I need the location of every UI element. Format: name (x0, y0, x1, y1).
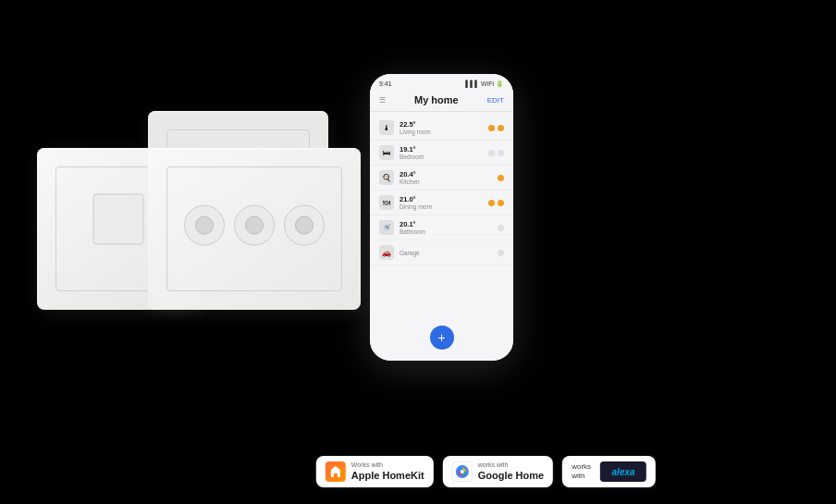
room-icon-4: 🚿 (379, 220, 394, 235)
room-icon-5: 🚗 (379, 245, 394, 260)
room-icon-1: 🛏 (379, 145, 394, 160)
phone-body: 9:41 ▌▌▌ WiFi 🔋 ☰ My home EDIT 🌡 22.5° (370, 74, 513, 361)
switch-triple[interactable] (148, 148, 361, 310)
room-temp-3: 21.0° (400, 195, 488, 203)
switch-button-3[interactable] (284, 204, 325, 245)
phone-title: My home (414, 94, 459, 105)
room-temp-1: 19.1° (400, 145, 488, 154)
status-dot-active (498, 125, 504, 131)
phone-rooms: 🌡 22.5° Living room 🛏 (370, 112, 513, 269)
room-status-4 (498, 225, 504, 231)
room-info-5: Garage (400, 250, 498, 256)
badge-homekit: Works with Apple HomeKit (316, 456, 434, 487)
status-dot (488, 150, 495, 156)
room-row-5[interactable]: 🚗 Garage (370, 240, 513, 265)
switch-buttons-triple (184, 204, 325, 245)
room-status-5 (498, 250, 504, 256)
phone-status-bar: 9:41 ▌▌▌ WiFi 🔋 (370, 74, 513, 91)
room-status-0 (488, 125, 504, 131)
status-dot-active (498, 200, 504, 206)
status-dot (498, 150, 504, 156)
room-row-3[interactable]: 🍽 21.0° Dining room (370, 191, 513, 215)
switch-button-1[interactable] (184, 204, 225, 245)
room-icon-2: 🍳 (379, 170, 394, 185)
room-info-1: 19.1° Bedroom (400, 145, 488, 160)
homekit-brand: Apple HomeKit (351, 470, 424, 482)
room-name-5: Garage (400, 250, 498, 256)
phone-wrap: 9:41 ▌▌▌ WiFi 🔋 ☰ My home EDIT 🌡 22.5° (370, 74, 513, 361)
alexa-icon: alexa (600, 461, 646, 482)
room-row-1[interactable]: 🛏 19.1° Bedroom (370, 141, 513, 166)
homekit-works-with: Works with (351, 461, 424, 469)
google-works-with: works with (478, 461, 545, 469)
svg-point-1 (461, 470, 464, 473)
alexa-text-left: workswith (572, 462, 591, 482)
room-info-0: 22.5° Living room (400, 120, 488, 135)
room-status-1 (488, 150, 504, 156)
homekit-text: Works with Apple HomeKit (351, 461, 424, 482)
room-name-3: Dining room (400, 203, 488, 210)
room-info-3: 21.0° Dining room (400, 195, 488, 210)
google-home-icon (452, 461, 473, 482)
alexa-works-with: workswith (572, 462, 591, 482)
room-temp-0: 22.5° (400, 120, 488, 129)
status-dot (498, 225, 504, 231)
room-icon-3: 🍽 (379, 195, 394, 210)
room-name-2: Kitchen (400, 178, 498, 185)
google-text: works with Google Home (478, 461, 545, 482)
scene: 9:41 ▌▌▌ WiFi 🔋 ☰ My home EDIT 🌡 22.5° (0, 0, 836, 504)
switch-inner-triple (166, 166, 342, 291)
google-brand: Google Home (478, 470, 545, 482)
badges-row: Works with Apple HomeKit works with Goog… (316, 456, 656, 487)
room-row-2[interactable]: 🍳 20.4° Kitchen (370, 166, 513, 191)
room-icon-0: 🌡 (379, 120, 394, 135)
room-info-2: 20.4° Kitchen (400, 170, 498, 185)
phone-header: ☰ My home EDIT (370, 91, 513, 112)
switch-button-2[interactable] (234, 204, 275, 245)
homekit-icon (326, 461, 346, 482)
room-row-0[interactable]: 🌡 22.5° Living room (370, 116, 513, 141)
room-status-3 (488, 200, 504, 206)
room-temp-2: 20.4° (400, 170, 498, 178)
phone-edit[interactable]: EDIT (487, 96, 504, 104)
room-status-2 (498, 175, 504, 181)
room-row-4[interactable]: 🚿 20.1° Bathroom (370, 215, 513, 240)
switch-button-single[interactable] (92, 193, 143, 244)
room-name-4: Bathroom (400, 228, 498, 235)
status-dot-active (488, 125, 495, 131)
room-temp-4: 20.1° (400, 220, 498, 228)
phone-screen: 9:41 ▌▌▌ WiFi 🔋 ☰ My home EDIT 🌡 22.5° (370, 74, 513, 361)
room-name-0: Living room (400, 129, 488, 135)
badge-alexa: workswith alexa (562, 456, 656, 487)
badge-google: works with Google Home (443, 456, 554, 487)
phone-fab-button[interactable] (430, 326, 454, 350)
status-dot-active (488, 200, 495, 206)
room-name-1: Bedroom (400, 154, 488, 160)
status-dot (498, 250, 504, 256)
room-info-4: 20.1° Bathroom (400, 220, 498, 235)
phone-signal: ▌▌▌ WiFi 🔋 (465, 80, 504, 88)
status-dot-active (498, 175, 504, 181)
phone-time: 9:41 (379, 80, 392, 87)
